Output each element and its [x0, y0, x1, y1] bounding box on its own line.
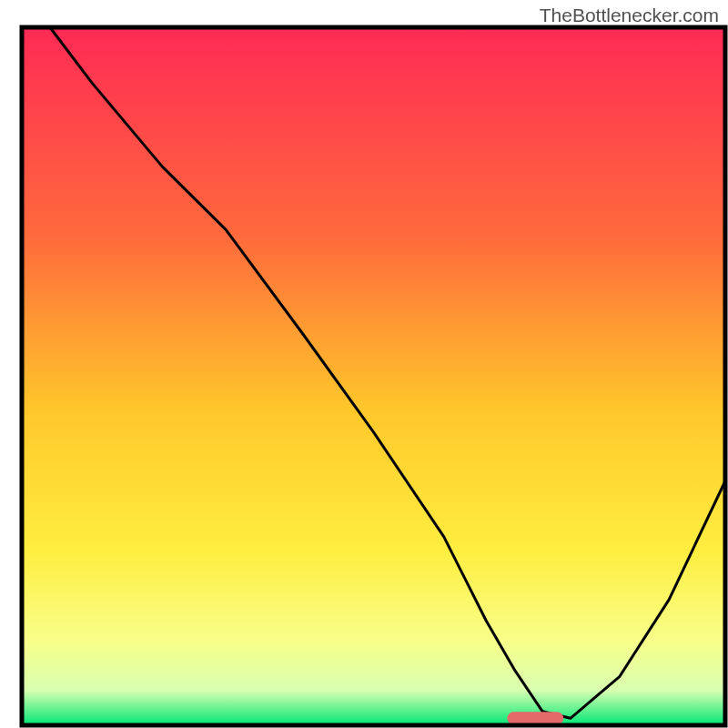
optimal-range-marker [507, 712, 563, 724]
watermark-text: TheBottlenecker.com [540, 5, 719, 26]
chart-background-gradient [22, 27, 725, 725]
chart-svg [0, 0, 728, 728]
bottleneck-chart: TheBottlenecker.com [0, 0, 728, 728]
